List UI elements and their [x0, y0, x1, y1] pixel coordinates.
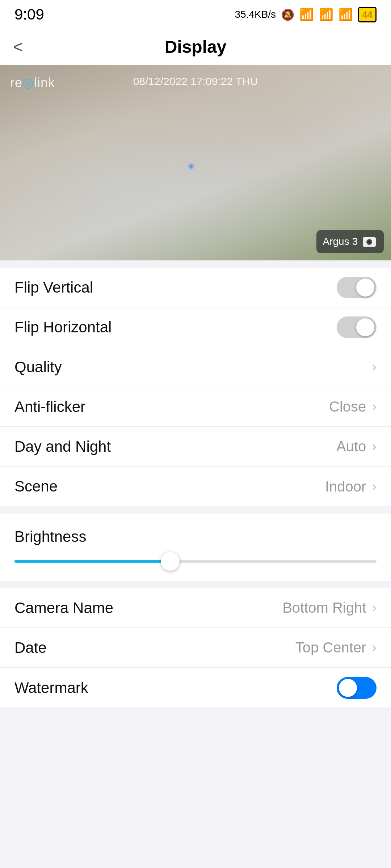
- flip-horizontal-thumb: [356, 318, 374, 336]
- scene-label: Scene: [14, 478, 58, 495]
- header: < Display: [0, 29, 391, 65]
- camera-name-chevron: ›: [372, 600, 377, 616]
- day-and-night-row[interactable]: Day and Night Auto ›: [0, 427, 391, 467]
- date-right: Top Center ›: [295, 639, 377, 656]
- brightness-slider-thumb[interactable]: [161, 552, 180, 571]
- camera-timestamp: 08/12/2022 17:09:22 THU: [133, 75, 258, 88]
- quality-right: ›: [372, 359, 377, 375]
- anti-flicker-row[interactable]: Anti-flicker Close ›: [0, 387, 391, 427]
- day-and-night-right: Auto ›: [336, 438, 377, 455]
- mute-icon: 🔕: [281, 8, 294, 21]
- camera-preview: re◎link 08/12/2022 17:09:22 THU Argus 3: [0, 65, 391, 260]
- camera-model-badge: Argus 3: [316, 230, 384, 253]
- scene-right: Indoor ›: [325, 478, 377, 495]
- wifi-icon: 📶: [339, 8, 353, 21]
- brightness-slider-track[interactable]: [14, 560, 377, 563]
- camera-brand-watermark: re◎link: [10, 75, 55, 90]
- flip-vertical-row[interactable]: Flip Vertical: [0, 268, 391, 307]
- quality-chevron: ›: [372, 359, 377, 375]
- model-name: Argus 3: [323, 236, 358, 247]
- flip-horizontal-label: Flip Horizontal: [14, 319, 112, 336]
- camera-name-value: Bottom Right: [282, 600, 366, 616]
- flip-vertical-label: Flip Vertical: [14, 279, 93, 296]
- date-row[interactable]: Date Top Center ›: [0, 628, 391, 668]
- flip-horizontal-row[interactable]: Flip Horizontal: [0, 307, 391, 347]
- scene-row[interactable]: Scene Indoor ›: [0, 467, 391, 506]
- scene-chevron: ›: [372, 479, 377, 494]
- signal-icon-2: 📶: [319, 8, 333, 21]
- anti-flicker-right: Close ›: [329, 399, 377, 415]
- day-and-night-value: Auto: [336, 438, 366, 455]
- day-and-night-label: Day and Night: [14, 438, 111, 455]
- flip-horizontal-toggle[interactable]: [337, 316, 377, 338]
- battery-indicator: 44: [358, 7, 377, 22]
- brightness-slider-fill: [14, 560, 170, 563]
- bottom-settings-section: Camera Name Bottom Right › Date Top Cent…: [0, 588, 391, 707]
- page-title: Display: [165, 37, 227, 57]
- scene-value: Indoor: [325, 478, 366, 495]
- status-icons: 35.4KB/s 🔕 📶 📶 📶 44: [235, 7, 377, 22]
- camera-icon: [361, 234, 377, 250]
- settings-section: Flip Vertical Flip Horizontal Quality › …: [0, 268, 391, 506]
- watermark-thumb: [339, 679, 357, 697]
- flip-vertical-thumb: [356, 278, 374, 297]
- anti-flicker-label: Anti-flicker: [14, 398, 85, 416]
- day-and-night-chevron: ›: [372, 439, 377, 454]
- date-value: Top Center: [295, 639, 366, 656]
- status-bar: 9:09 35.4KB/s 🔕 📶 📶 📶 44: [0, 0, 391, 29]
- back-button[interactable]: <: [13, 37, 23, 57]
- quality-label: Quality: [14, 358, 62, 376]
- brightness-label: Brightness: [14, 528, 377, 545]
- watermark-toggle[interactable]: [337, 677, 377, 699]
- watermark-row[interactable]: Watermark: [0, 668, 391, 707]
- camera-name-right: Bottom Right ›: [282, 600, 377, 616]
- watermark-label: Watermark: [14, 679, 88, 697]
- flip-vertical-toggle[interactable]: [337, 277, 377, 298]
- anti-flicker-chevron: ›: [372, 399, 377, 414]
- svg-point-2: [367, 240, 371, 244]
- svg-rect-3: [366, 237, 369, 239]
- quality-row[interactable]: Quality ›: [0, 347, 391, 387]
- status-time: 9:09: [14, 6, 44, 23]
- camera-name-label: Camera Name: [14, 599, 113, 617]
- signal-icon: 📶: [299, 8, 314, 21]
- network-speed: 35.4KB/s: [235, 9, 276, 20]
- camera-name-row[interactable]: Camera Name Bottom Right ›: [0, 588, 391, 628]
- date-label: Date: [14, 639, 47, 656]
- date-chevron: ›: [372, 640, 377, 655]
- anti-flicker-value: Close: [329, 399, 366, 415]
- brightness-section: Brightness: [0, 514, 391, 581]
